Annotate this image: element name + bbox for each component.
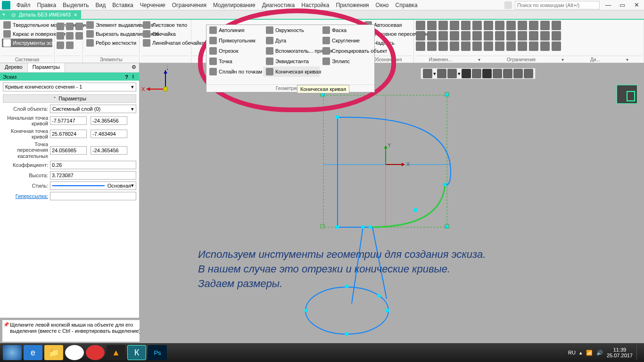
qt-icon[interactable] — [524, 69, 533, 78]
layer-dropdown[interactable]: Системный слой (0)▾ — [50, 105, 136, 113]
photoshop-icon[interactable]: Ps — [148, 345, 167, 360]
panel-gear-icon[interactable]: ⚙ — [129, 63, 139, 72]
rectangle-button[interactable]: Прямоугольник — [206, 35, 263, 46]
sheet-body-button[interactable]: Листовое тело — [141, 21, 189, 29]
circle-button[interactable]: Окружность — [263, 25, 320, 35]
autoline-button[interactable]: Автолиния — [206, 25, 263, 35]
rib-button[interactable]: Ребро жесткости — [85, 39, 137, 47]
tray-flag-icon[interactable]: ▴ — [579, 350, 582, 356]
tool-icon[interactable] — [552, 41, 561, 51]
tab-params[interactable]: Параметры — [28, 63, 66, 72]
qt-icon[interactable] — [513, 69, 523, 78]
qt-icon[interactable] — [462, 69, 471, 78]
close-button[interactable]: ✕ — [631, 1, 642, 8]
explorer-icon[interactable]: 📁 — [44, 345, 63, 360]
pin-icon[interactable]: 📌 — [3, 322, 9, 328]
ellipse-button[interactable]: Эллипс — [320, 56, 376, 66]
tool-icon[interactable] — [416, 31, 425, 41]
coef-input[interactable] — [50, 161, 136, 169]
minimize-button[interactable]: — — [603, 1, 614, 8]
hyperlink-label[interactable]: Гиперссылка: — [3, 193, 50, 199]
ruled-shell-button[interactable]: Линейчатая обечайка — [141, 39, 189, 47]
save-icon[interactable] — [75, 23, 83, 30]
tool-icon[interactable] — [540, 31, 550, 41]
new-icon[interactable] — [57, 23, 64, 30]
menu-drawing[interactable]: Черчение — [137, 1, 169, 9]
tool-icon[interactable] — [529, 31, 538, 41]
conic-button[interactable]: Коническая кривая — [263, 66, 320, 77]
opera-icon[interactable] — [86, 345, 105, 360]
tool-icon[interactable] — [427, 41, 437, 51]
tool-icon[interactable] — [518, 21, 527, 30]
tool-icon[interactable] — [518, 41, 527, 51]
tool-icon[interactable] — [472, 21, 482, 30]
tool-icon[interactable] — [416, 41, 425, 51]
qt-icon[interactable] — [503, 69, 512, 78]
tool-icon[interactable] — [484, 31, 493, 41]
fillet-button[interactable]: Скругление — [320, 35, 376, 46]
shell-button[interactable]: Обечайка — [141, 30, 189, 38]
point-button[interactable]: Точка — [206, 56, 263, 66]
tool-icon[interactable] — [472, 31, 482, 41]
tool-icon[interactable] — [484, 21, 493, 30]
tool-icon[interactable] — [438, 21, 448, 30]
menu-help[interactable]: Справка — [392, 1, 421, 9]
lang-indicator[interactable]: RU — [568, 350, 576, 355]
tool-icon[interactable] — [484, 41, 493, 51]
tab-tree[interactable]: Дерево — [0, 63, 28, 72]
tool-icon[interactable] — [472, 41, 482, 51]
document-tab[interactable]: ◎ Деталь БЕЗ ИМЕНИ3 ✕ — [8, 10, 81, 19]
mode-surface[interactable]: Каркас и поверхности — [2, 30, 52, 38]
tool-icon[interactable] — [552, 21, 561, 30]
style-dropdown[interactable]: Основная▾ — [50, 181, 136, 190]
tool-icon[interactable] — [506, 31, 516, 41]
tool-icon[interactable] — [461, 41, 471, 51]
cut-extrude-button[interactable]: Вырезать выдавливанием — [85, 30, 137, 38]
chamfer-button[interactable]: Фаска — [320, 25, 376, 35]
segment-button[interactable]: Отрезок — [206, 46, 263, 56]
qt-icon[interactable] — [493, 69, 502, 78]
collapse-icon[interactable]: ⦀ — [130, 74, 136, 80]
auxline-button[interactable]: Вспомогатель... прямая — [263, 46, 320, 56]
tool-icon[interactable] — [529, 41, 538, 51]
tangent-y-input[interactable] — [91, 146, 127, 155]
copy-icon[interactable] — [66, 32, 74, 40]
tool-icon[interactable] — [427, 21, 437, 30]
redo-icon[interactable] — [66, 41, 74, 49]
curve-dropdown[interactable]: Кривые конического сечения - 1▾ — [3, 82, 136, 91]
tool-icon[interactable] — [427, 31, 437, 41]
start-y-input[interactable] — [91, 116, 127, 125]
tool-icon[interactable] — [495, 31, 504, 41]
tool-icon[interactable] — [540, 21, 550, 30]
qt-icon[interactable] — [423, 69, 432, 78]
tool-icon[interactable] — [495, 41, 504, 51]
tool-icon[interactable] — [450, 31, 459, 41]
help-icon[interactable]: ? — [123, 74, 130, 80]
qt-icon[interactable] — [472, 69, 481, 78]
qt-icon[interactable] — [482, 69, 492, 78]
menu-view[interactable]: Вид — [92, 1, 109, 9]
offset-button[interactable]: Эквидистанта — [263, 56, 320, 66]
undo-icon[interactable] — [57, 41, 64, 49]
menu-diag[interactable]: Диагностика — [259, 1, 298, 9]
mode-solid[interactable]: Твердотельное моделирование — [2, 21, 52, 29]
tool-icon[interactable] — [506, 41, 516, 51]
menu-insert[interactable]: Вставка — [109, 1, 137, 9]
add-tab-button[interactable]: + — [0, 10, 8, 19]
tool-icon[interactable] — [461, 31, 471, 41]
tool-icon[interactable] — [416, 21, 425, 30]
tray-clock[interactable]: 11:39 25.07.2017 — [607, 347, 633, 358]
tool-icon[interactable] — [529, 21, 538, 30]
qt-icon[interactable] — [447, 69, 457, 78]
maximize-button[interactable]: ▭ — [617, 1, 628, 8]
tool-icon[interactable] — [540, 41, 550, 51]
menu-settings[interactable]: Настройка — [298, 1, 332, 9]
section-params[interactable]: Параметры — [3, 94, 136, 103]
tool-icon[interactable] — [552, 31, 561, 41]
arc-button[interactable]: Дуга — [263, 35, 320, 46]
extrude-button[interactable]: Элемент выдавливания — [85, 21, 137, 29]
menu-apps[interactable]: Приложения — [332, 1, 372, 9]
view-cube[interactable] — [617, 85, 637, 104]
chrome-icon[interactable]: ◉ — [65, 345, 84, 360]
start-button[interactable] — [3, 345, 22, 360]
